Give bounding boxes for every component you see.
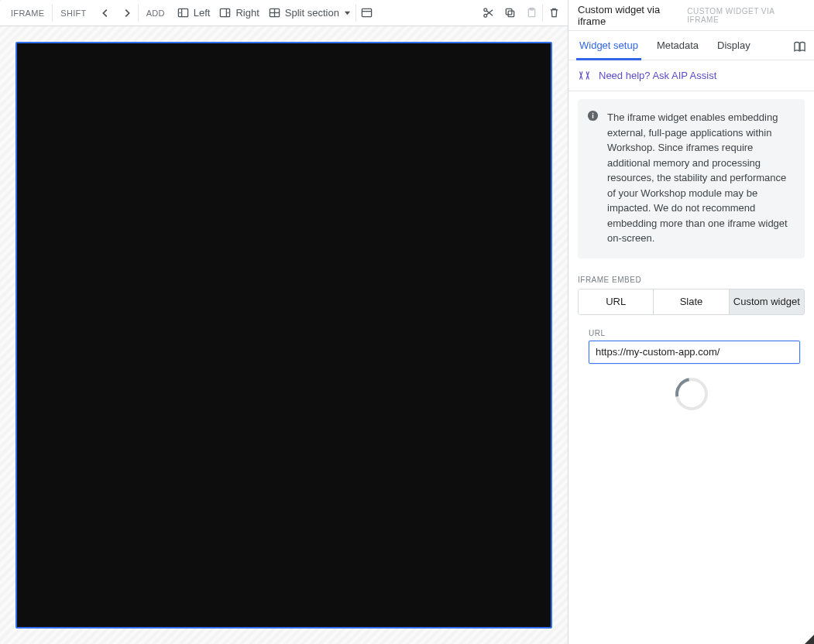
arrow-left-icon [100,8,111,19]
info-icon [587,110,599,122]
url-field-group: URL [578,329,805,364]
panel-left-icon [177,7,189,19]
iframe-canvas[interactable] [15,42,552,629]
info-callout: The iframe widget enables embedding exte… [578,99,805,259]
iframe-embed-section-label: IFRAME EMBED [578,276,805,284]
add-left-button[interactable]: Left [173,2,215,24]
properties-panel: Custom widget via iframe CUSTOM WIDGET V… [568,0,814,644]
cut-button[interactable] [477,2,499,24]
svg-rect-17 [506,9,512,15]
panel-subtitle: CUSTOM WIDGET VIA IFRAME [687,7,805,24]
add-right-label: Right [235,7,259,19]
panel-toggle-button[interactable] [356,2,378,24]
editor-pane: IFRAME SHIFT ADD Left [0,0,568,644]
scissors-icon [483,7,494,19]
aip-assist-icon [578,69,591,82]
svg-rect-18 [508,11,514,17]
paste-button[interactable] [520,2,542,24]
tab-metadata[interactable]: Metadata [654,33,702,60]
segment-url[interactable]: URL [579,289,654,314]
url-input[interactable] [589,341,800,364]
copy-button[interactable] [499,2,520,24]
panel-header-icon [361,7,373,19]
loading-indicator [578,364,805,410]
svg-rect-11 [362,9,372,16]
caret-down-icon [344,9,351,16]
svg-rect-22 [592,115,594,118]
tab-widget-setup[interactable]: Widget setup [576,33,641,60]
embed-source-segments: URL Slate Custom widget [578,289,805,315]
editor-toolbar: IFRAME SHIFT ADD Left [0,0,568,26]
docs-icon[interactable] [793,40,806,53]
iframe-label: IFRAME [3,9,52,18]
panel-title: Custom widget via iframe [578,4,687,27]
copy-icon [504,7,516,19]
clipboard-icon [526,7,538,19]
svg-rect-23 [592,113,594,115]
spinner-icon [668,372,713,416]
arrow-right-icon [122,8,132,19]
delete-button[interactable] [543,2,565,24]
canvas-wrapper [0,26,568,644]
tab-display[interactable]: Display [714,33,754,60]
shift-next-button[interactable] [116,2,138,24]
segment-slate[interactable]: Slate [654,289,729,314]
panel-header: Custom widget via iframe CUSTOM WIDGET V… [568,0,814,31]
aip-assist-link[interactable]: Need help? Ask AIP Assist [568,60,814,91]
url-field-label: URL [589,329,800,337]
resize-grip[interactable] [805,635,814,644]
svg-line-15 [486,11,493,15]
panel-right-icon [219,7,231,19]
add-right-button[interactable]: Right [215,2,263,24]
add-left-label: Left [194,7,211,19]
info-text: The iframe widget enables embedding exte… [607,111,788,244]
svg-line-16 [486,10,493,15]
aip-assist-label: Need help? Ask AIP Assist [599,70,716,81]
trash-icon [548,7,560,19]
split-grid-icon [269,7,280,19]
panel-tabs: Widget setup Metadata Display [568,31,814,60]
segment-custom-widget[interactable]: Custom widget [730,289,804,314]
shift-prev-button[interactable] [94,2,116,24]
split-section-label: Split section [285,7,339,19]
panel-body: The iframe widget enables embedding exte… [568,91,814,644]
split-section-button[interactable]: Split section [264,2,355,24]
shift-label: SHIFT [53,9,94,18]
add-label: ADD [139,9,173,18]
